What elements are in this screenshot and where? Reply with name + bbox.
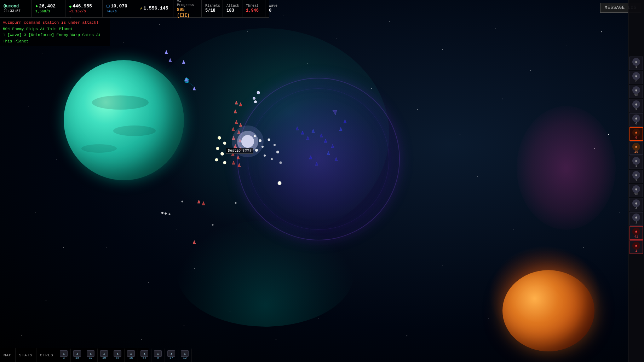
fleet-value: 1,556,145 (143, 6, 168, 12)
rp-item-3[interactable]: ◉ 10 (629, 85, 643, 98)
hud-planets: Planets 5/18 (202, 0, 223, 17)
bottom-ship-icon-5: ▲ (127, 350, 135, 357)
bottom-icon-8[interactable]: ▲ 17 (165, 349, 178, 362)
metal-value: 26,402 (39, 4, 56, 10)
bottom-ship-icon-9: ▲ (181, 350, 189, 357)
svg-point-12 (530, 70, 531, 71)
hud-metal: ● 26,402 1,568/s (32, 0, 65, 17)
svg-point-33 (318, 318, 318, 318)
wave-label: Wave (269, 4, 280, 8)
bottom-icon-4[interactable]: ▲ 30 (111, 349, 125, 362)
crystal-value: 446,955 (73, 4, 92, 10)
svg-point-41 (460, 134, 460, 135)
svg-point-34 (276, 339, 276, 340)
svg-point-25 (477, 176, 478, 177)
rp-item-12[interactable]: ◉ 1 (629, 212, 643, 226)
bottom-count-7: 9 (157, 357, 159, 360)
rp-item-11[interactable]: ◉ 4 (629, 198, 643, 211)
rp-count-13: 41 (634, 235, 638, 239)
tab-stats[interactable]: STATS (16, 348, 36, 362)
right-panel: ◉ 1 ◉ 2 ◉ 10 ◉ 9 ◉ 6 ◉ 6 ◉ 10 ◉ 1 ◉ 1 ◉ … (628, 0, 644, 362)
hud-threat: Threat 1,946 (242, 0, 265, 17)
tab-map[interactable]: MAP (0, 348, 16, 362)
bottom-count-4: 30 (116, 357, 120, 360)
threat-label: Threat (246, 4, 261, 8)
bottom-bar: MAP STATS CTRLS ▲ 3 ▲ 18 ▲ 37 ▲ 19 ▲ 30 … (0, 348, 149, 362)
svg-point-21 (106, 247, 107, 248)
rp-item-14[interactable]: ◉ 1 (629, 240, 643, 254)
svg-point-30 (619, 212, 620, 212)
svg-point-13 (566, 46, 567, 46)
rp-item-5[interactable]: ◉ 6 (629, 113, 643, 127)
rp-item-4[interactable]: ◉ 9 (629, 99, 643, 112)
rp-count-4: 9 (635, 108, 637, 111)
bottom-icon-3[interactable]: ▲ 19 (98, 349, 111, 362)
rp-count-1: 1 (635, 66, 637, 69)
science-icon: ⬡ (106, 4, 110, 9)
svg-point-10 (442, 49, 443, 50)
hud-bar: Qumond 21:33:57 ● 26,402 1,568/s ◆ 446,9… (0, 0, 269, 18)
rp-item-7[interactable]: ◉ 10 (629, 141, 643, 155)
rp-count-5: 6 (635, 122, 637, 125)
fleet-icon: ⚡ (140, 6, 142, 11)
svg-point-20 (21, 335, 22, 336)
tab-ctrls[interactable]: CTRLS (36, 348, 57, 362)
svg-point-15 (28, 106, 29, 106)
planet-name: Qumond (4, 4, 28, 10)
svg-point-18 (63, 247, 64, 248)
hud-attack: Attack 183 (223, 0, 242, 17)
rp-item-6[interactable]: ◉ 6 (629, 127, 643, 141)
rp-item-1[interactable]: ◉ 1 (629, 57, 643, 70)
svg-point-42 (502, 99, 503, 99)
rp-count-6: 6 (635, 136, 637, 140)
rp-ship-icon-8: ◉ (632, 157, 640, 165)
alert-line-1: Auzupurn command station is under attack… (3, 20, 107, 26)
bottom-icon-7[interactable]: ▲ 9 (151, 349, 165, 362)
svg-point-24 (194, 268, 195, 269)
svg-point-9 (389, 21, 390, 22)
bottom-count-0: 3 (63, 357, 65, 360)
svg-point-8 (336, 39, 337, 39)
rp-ship-icon-5: ◉ (632, 115, 640, 122)
bottom-ship-icon-2: ▲ (87, 350, 94, 357)
svg-point-35 (230, 311, 230, 311)
game-time: 21:33:57 (4, 9, 28, 13)
bottom-count-5: 16 (129, 357, 133, 360)
ai-progress-label: AI Progress (177, 0, 198, 7)
svg-point-38 (307, 63, 308, 64)
bottom-icon-1[interactable]: ▲ 18 (71, 349, 84, 362)
science-value: 10,070 (111, 4, 127, 10)
planet-label[interactable]: Destio (??) (226, 148, 253, 154)
bottom-count-3: 19 (102, 357, 106, 360)
planets-label: Planets (205, 4, 219, 8)
svg-point-37 (141, 339, 142, 340)
wave-value: 0 (269, 8, 280, 14)
bottom-icon-9[interactable]: ▲ 12 (178, 349, 192, 362)
ai-progress-value: 805 (III) (177, 7, 198, 18)
starfield (0, 0, 644, 362)
hud-fleet: ⚡ 1,556,145 (136, 0, 173, 17)
rp-count-3: 10 (634, 94, 638, 97)
bottom-icon-5[interactable]: ▲ 16 (125, 349, 138, 362)
bottom-icon-0[interactable]: ▲ 3 (57, 349, 71, 362)
rp-item-9[interactable]: ◉ 1 (629, 170, 643, 183)
rp-item-10[interactable]: ◉ 10 (629, 184, 643, 197)
rp-ship-icon-11: ◉ (632, 199, 640, 207)
rp-count-2: 2 (635, 80, 637, 83)
rp-ship-icon-13: ◉ (632, 228, 640, 235)
attack-label: Attack (226, 4, 238, 8)
metal-icon: ● (35, 4, 38, 9)
bottom-ship-icon-7: ▲ (154, 350, 162, 357)
rp-item-13[interactable]: ◉ 41 (629, 226, 643, 240)
rp-item-8[interactable]: ◉ 1 (629, 156, 643, 169)
svg-point-1 (42, 53, 43, 53)
hud-crystal: ◆ 446,955 -3,162/s (65, 0, 103, 17)
rp-count-8: 1 (635, 165, 637, 168)
bottom-count-1: 18 (75, 357, 79, 360)
svg-point-22 (148, 282, 149, 283)
bottom-count-9: 12 (183, 357, 187, 360)
bottom-count-2: 37 (89, 357, 93, 360)
bottom-icon-2[interactable]: ▲ 37 (84, 349, 98, 362)
rp-item-2[interactable]: ◉ 2 (629, 71, 643, 84)
bottom-icon-6[interactable]: ▲ 56 (138, 349, 151, 362)
